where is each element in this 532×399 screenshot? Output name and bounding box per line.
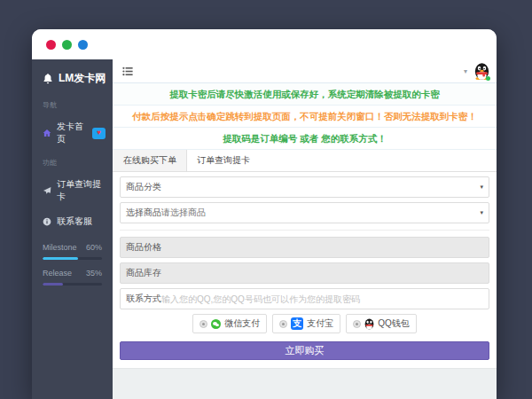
field-label: 选择商品 xyxy=(121,207,161,219)
field-value: 请选择商品 xyxy=(161,207,480,219)
field-label: 联系方式 xyxy=(121,293,161,305)
bell-icon xyxy=(43,73,53,84)
wechat-icon xyxy=(211,319,221,329)
chevron-down-icon[interactable]: ▾ xyxy=(464,67,467,75)
app-logo: LM发卡网 xyxy=(32,64,113,94)
close-window-dot[interactable] xyxy=(46,40,56,50)
radio-icon xyxy=(200,320,207,328)
notice-pickup-code: 提取码是订单编号 或者 您的联系方式！ xyxy=(113,128,497,150)
contact-input[interactable] xyxy=(161,294,489,304)
contact-field-row: 联系方式 xyxy=(120,288,489,309)
online-status-dot xyxy=(486,76,490,81)
sidebar-item-home[interactable]: 发卡首页 ♥ xyxy=(32,114,113,152)
purchase-form: 商品分类 ▾ 选择商品 请选择商品 ▾ 商品价格 商品库存 xyxy=(113,172,497,360)
field-label: 商品价格 xyxy=(121,241,161,254)
progress-label: Milestone xyxy=(43,243,77,252)
home-icon xyxy=(43,129,51,137)
pay-label: QQ钱包 xyxy=(378,317,410,330)
progress-fill xyxy=(43,283,63,286)
progress-label: Release xyxy=(43,269,72,278)
tab-buy-online[interactable]: 在线购买下单 xyxy=(113,150,187,171)
radio-icon xyxy=(353,320,361,328)
sidebar-item-label: 订单查询提卡 xyxy=(57,178,106,203)
app-title: LM发卡网 xyxy=(59,71,106,86)
send-icon xyxy=(43,186,51,195)
pay-label: 支付宝 xyxy=(307,317,333,330)
info-icon xyxy=(43,217,51,226)
qq-icon xyxy=(364,318,374,330)
tab-bar: 在线购买下单 订单查询提卡 xyxy=(113,150,497,172)
sidebar-item-label: 发卡首页 xyxy=(57,121,87,145)
footer-area xyxy=(113,368,497,399)
field-label: 商品分类 xyxy=(121,181,161,193)
payment-methods: 微信支付 支 支付宝 xyxy=(120,314,489,333)
product-stock-field: 商品库存 xyxy=(120,262,489,284)
heart-badge-icon: ♥ xyxy=(92,128,106,139)
notice-payment-redirect: 付款后按提示点击确定跳转到提取页面，不可提前关闭窗口！否则无法提取到卡密！ xyxy=(113,106,497,128)
chevron-down-icon: ▾ xyxy=(480,209,489,216)
topbar: ▾ xyxy=(113,59,497,83)
product-select[interactable]: 选择商品 请选择商品 ▾ xyxy=(120,202,489,223)
progress-release: Release 35% xyxy=(32,260,113,286)
sidebar: LM发卡网 导航 发卡首页 ♥ 功能 订单查询提卡 xyxy=(32,59,113,399)
progress-milestone: Milestone 60% xyxy=(32,234,113,260)
qq-penguin-icon[interactable] xyxy=(474,62,489,81)
buy-now-button[interactable]: 立即购买 xyxy=(120,341,489,360)
progress-value: 60% xyxy=(86,243,102,252)
form-divider xyxy=(120,230,489,231)
progress-value: 35% xyxy=(86,269,102,278)
menu-list-icon[interactable] xyxy=(122,66,133,76)
field-label: 商品库存 xyxy=(121,267,161,279)
pay-alipay-button[interactable]: 支 支付宝 xyxy=(272,314,340,333)
sidebar-item-label: 联系客服 xyxy=(57,215,92,228)
sidebar-section-features: 功能 xyxy=(32,152,113,172)
product-category-select[interactable]: 商品分类 ▾ xyxy=(120,176,489,198)
maximize-window-dot[interactable] xyxy=(78,40,88,50)
sidebar-section-nav: 导航 xyxy=(32,94,113,114)
product-price-field: 商品价格 xyxy=(120,237,489,258)
minimize-window-dot[interactable] xyxy=(62,40,72,50)
main-content: ▾ xyxy=(113,59,497,399)
radio-icon xyxy=(279,320,287,328)
notice-save-card: 提取卡密后请尽快激活使用或保存好，系统定期清除被提取的卡密 xyxy=(113,83,497,106)
pay-wechat-button[interactable]: 微信支付 xyxy=(192,314,267,333)
alipay-icon: 支 xyxy=(291,317,303,330)
window-titlebar xyxy=(32,29,497,59)
pay-label: 微信支付 xyxy=(224,317,260,330)
tab-order-query[interactable]: 订单查询提卡 xyxy=(187,150,260,171)
sidebar-item-contact-support[interactable]: 联系客服 xyxy=(32,209,113,234)
pay-qq-wallet-button[interactable]: QQ钱包 xyxy=(346,314,417,333)
browser-window: LM发卡网 导航 发卡首页 ♥ 功能 订单查询提卡 xyxy=(32,29,497,399)
chevron-down-icon: ▾ xyxy=(480,184,489,191)
progress-track xyxy=(43,283,102,286)
sidebar-item-order-query[interactable]: 订单查询提卡 xyxy=(32,172,113,209)
